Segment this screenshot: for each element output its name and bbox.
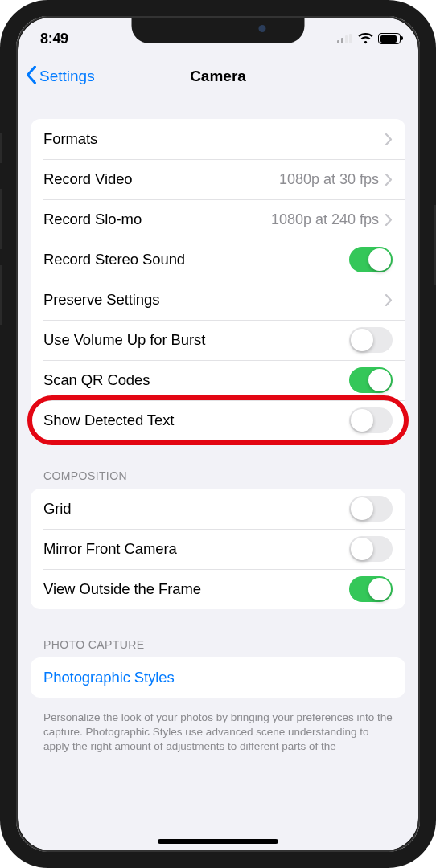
cellular-signal-icon	[337, 34, 353, 43]
row-photographic-styles[interactable]: Photographic Styles	[31, 657, 405, 698]
section-footer-photo-capture: Personalize the look of your photos by b…	[18, 704, 418, 755]
toggle-view-outside[interactable]	[349, 576, 393, 602]
chevron-right-icon	[385, 294, 393, 306]
row-label: Grid	[43, 500, 349, 518]
row-detail: 1080p at 240 fps	[271, 211, 379, 228]
row-label: Scan QR Codes	[43, 371, 349, 389]
wifi-icon	[358, 33, 373, 44]
row-label: Formats	[43, 130, 385, 148]
row-detail: 1080p at 30 fps	[279, 171, 379, 188]
settings-group-main: Formats Record Video 1080p at 30 fps Rec…	[31, 119, 405, 400]
row-volume-burst: Use Volume Up for Burst	[31, 320, 405, 360]
toggle-scan-qr[interactable]	[349, 367, 393, 393]
settings-group-composition: Grid Mirror Front Camera View Outside th…	[31, 489, 405, 609]
nav-bar: Settings Camera	[18, 56, 418, 96]
toggle-mirror-front[interactable]	[349, 536, 393, 562]
row-label: Record Stereo Sound	[43, 251, 349, 268]
chevron-right-icon	[385, 174, 393, 186]
row-record-video[interactable]: Record Video 1080p at 30 fps	[31, 159, 405, 199]
row-label: Record Slo-mo	[43, 211, 271, 228]
chevron-right-icon	[385, 133, 393, 145]
row-grid: Grid	[31, 489, 405, 529]
toggle-show-detected-text[interactable]	[349, 407, 393, 433]
back-button[interactable]: Settings	[26, 66, 95, 88]
row-show-detected-text: Show Detected Text	[31, 400, 405, 440]
row-label: View Outside the Frame	[43, 580, 349, 598]
chevron-left-icon	[26, 66, 37, 88]
row-label: Use Volume Up for Burst	[43, 331, 349, 349]
home-indicator[interactable]	[158, 839, 278, 844]
status-icons	[337, 30, 401, 44]
toggle-volume-burst[interactable]	[349, 327, 393, 353]
row-formats[interactable]: Formats	[31, 119, 405, 159]
highlight-annotation: Show Detected Text	[29, 400, 407, 440]
row-label: Record Video	[43, 170, 279, 188]
toggle-stereo-sound[interactable]	[349, 247, 393, 272]
row-record-slomo[interactable]: Record Slo-mo 1080p at 240 fps	[31, 199, 405, 240]
section-header-photo-capture: PHOTO CAPTURE	[18, 638, 418, 657]
row-stereo-sound: Record Stereo Sound	[31, 240, 405, 280]
row-label: Mirror Front Camera	[43, 540, 349, 558]
chevron-right-icon	[385, 214, 393, 226]
row-view-outside-frame: View Outside the Frame	[31, 569, 405, 609]
settings-group-photo-capture: Photographic Styles	[31, 657, 405, 698]
row-label: Show Detected Text	[43, 411, 349, 429]
section-header-composition: COMPOSITION	[18, 469, 418, 489]
row-scan-qr: Scan QR Codes	[31, 360, 405, 400]
toggle-grid[interactable]	[349, 496, 393, 522]
row-label: Preserve Settings	[43, 291, 385, 309]
back-label: Settings	[39, 68, 95, 85]
row-mirror-front: Mirror Front Camera	[31, 529, 405, 569]
row-preserve-settings[interactable]: Preserve Settings	[31, 280, 405, 320]
row-label: Photographic Styles	[43, 669, 393, 686]
status-time: 8:49	[40, 27, 68, 47]
battery-icon	[378, 33, 401, 44]
